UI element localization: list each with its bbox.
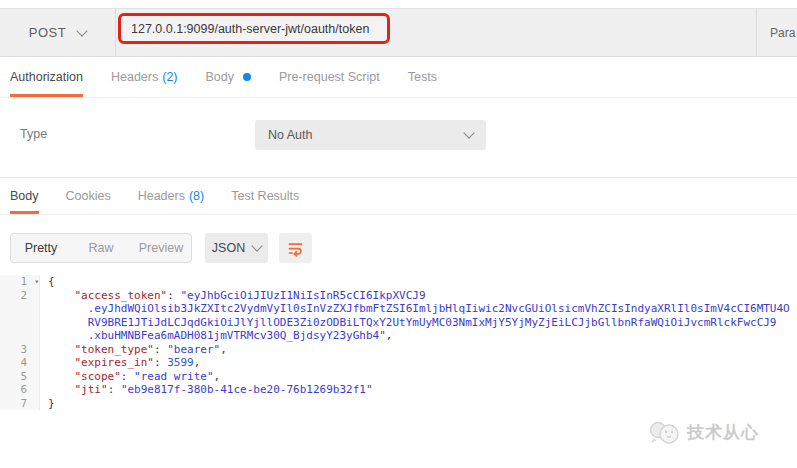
code-token-num: 3599 [167, 356, 194, 369]
line-number-gutter [0, 316, 40, 330]
view-mode-raw[interactable]: Raw [71, 234, 131, 262]
line-number: 7 [20, 397, 27, 410]
line-number-gutter: 2 [0, 289, 40, 303]
code-token-plain: , [386, 329, 393, 342]
request-tab-tests[interactable]: Tests [408, 57, 437, 97]
response-tabs: BodyCookiesHeaders(8)Test Results [0, 178, 797, 215]
tab-label: Authorization [10, 70, 83, 84]
code-token-plain: { [48, 275, 55, 288]
request-tabs: AuthorizationHeaders(2)BodyPre-request S… [0, 57, 797, 98]
code-token-plain: : [154, 356, 167, 369]
chevron-down-icon [252, 240, 263, 251]
code-token-key: "expires_in" [75, 356, 154, 369]
response-tab-test-results[interactable]: Test Results [231, 178, 299, 214]
code-text: .xbuHMNBFea6mADH081jmVTRMcv30Q_BjdsyY23y… [40, 329, 392, 343]
code-token-plain [48, 370, 75, 383]
code-token-plain: : [154, 343, 167, 356]
tab-label: Tests [408, 70, 437, 84]
tab-label: Pre-request Script [279, 70, 380, 84]
code-token-str: "read write" [134, 370, 213, 383]
code-token-key: "token_type" [75, 343, 154, 356]
code-token-plain [48, 383, 75, 396]
code-token-key: "access_token" [75, 289, 168, 302]
code-line: .xbuHMNBFea6mADH081jmVTRMcv30Q_BjdsyY23y… [0, 329, 797, 343]
watermark-logo-icon [648, 419, 682, 446]
view-mode-preview[interactable]: Preview [131, 234, 191, 262]
line-number: 3 [20, 343, 27, 356]
response-tab-body[interactable]: Body [10, 178, 39, 214]
request-tab-authorization[interactable]: Authorization [10, 57, 83, 97]
auth-type-label: Type [20, 127, 47, 141]
line-number-gutter: 5 [0, 370, 40, 384]
wrap-text-button[interactable] [279, 233, 312, 263]
code-text: .eyJhdWQiOlsib3JkZXItc2VydmVyIl0sInVzZXJ… [40, 302, 790, 316]
chevron-down-icon [463, 127, 474, 138]
code-text: { [40, 275, 55, 289]
response-tab-cookies[interactable]: Cookies [66, 178, 111, 214]
code-line: RV9BRE1JTiJdLCJqdGkiOiJlYjllODE3Zi0zODBi… [0, 316, 797, 330]
watermark-text: 技术从心 [687, 421, 759, 444]
chevron-down-icon [77, 25, 88, 36]
params-label: Para [770, 26, 795, 40]
postman-window: POST 127.0.0.1:9099/auth-server-jwt/oaut… [0, 0, 797, 468]
fold-toggle-icon[interactable]: ▾ [34, 275, 39, 289]
request-tab-body[interactable]: Body [206, 57, 252, 97]
code-token-str: "bearer" [167, 343, 220, 356]
code-token-key: "jti" [75, 383, 108, 396]
view-mode-pretty[interactable]: Pretty [11, 234, 71, 262]
response-tab-headers[interactable]: Headers(8) [138, 178, 205, 214]
code-text: "scope": "read write", [40, 370, 220, 384]
code-token-plain: : [167, 289, 180, 302]
tab-count-badge: (2) [162, 70, 177, 84]
request-tab-headers[interactable]: Headers(2) [111, 57, 178, 97]
code-text: "access_token": "eyJhbGciOiJIUzI1NiIsInR… [40, 289, 426, 303]
code-text: "jti": "eb9e817f-380b-41ce-be20-76b1269b… [40, 383, 373, 397]
line-number-gutter: 4 [0, 356, 40, 370]
line-number-gutter: 6 [0, 383, 40, 397]
url-text: 127.0.0.1:9099/auth-server-jwt/oauth/tok… [131, 22, 369, 36]
code-token-plain: , [194, 356, 201, 369]
wrap-text-icon [287, 240, 304, 257]
line-number: 1 [20, 275, 27, 288]
code-token-str: RV9BRE1JTiJdLCJqdGkiOiJlYjllODE3Zi0zODBi… [88, 316, 777, 329]
tab-label: Body [10, 189, 39, 203]
url-input[interactable]: 127.0.0.1:9099/auth-server-jwt/oauth/tok… [118, 13, 390, 44]
code-token-plain: , [220, 343, 227, 356]
tab-label: Body [206, 70, 235, 84]
code-token-plain: , [214, 370, 221, 383]
response-format-select[interactable]: JSON [205, 233, 268, 263]
code-token-plain [48, 302, 88, 315]
tab-label: Cookies [66, 189, 111, 203]
line-number: 5 [20, 370, 27, 383]
code-token-plain [48, 316, 88, 329]
unsaved-dot-icon [243, 73, 251, 81]
line-number-gutter: 1▾ [0, 275, 40, 289]
request-tab-pre-request-script[interactable]: Pre-request Script [279, 57, 380, 97]
code-token-plain [48, 289, 75, 302]
response-format-value: JSON [212, 241, 245, 255]
code-text: "expires_in": 3599, [40, 356, 200, 370]
response-body-viewer: 1▾{2 "access_token": "eyJhbGciOiJIUzI1Ni… [0, 271, 797, 410]
line-number-gutter [0, 329, 40, 343]
method-select[interactable]: POST [0, 8, 116, 57]
auth-type-select[interactable]: No Auth [255, 120, 486, 150]
code-text: "token_type": "bearer", [40, 343, 227, 357]
code-line: 5 "scope": "read write", [0, 370, 797, 384]
line-number: 4 [20, 356, 27, 369]
watermark: 技术从心 [648, 419, 759, 446]
code-token-plain [48, 356, 75, 369]
code-token-str: .eyJhdWQiOlsib3JkZXItc2VydmVyIl0sInVzZXJ… [88, 302, 790, 315]
code-token-plain: } [48, 397, 55, 410]
method-label: POST [29, 25, 66, 40]
tab-label: Test Results [231, 189, 299, 203]
code-text: RV9BRE1JTiJdLCJqdGkiOiJlYjllODE3Zi0zODBi… [40, 316, 777, 330]
params-button[interactable]: Para [756, 8, 795, 57]
code-token-plain: : [108, 383, 121, 396]
code-text: } [40, 397, 55, 411]
line-number: 2 [20, 289, 27, 302]
code-token-str: "eyJhbGciOiJIUzI1NiIsInR5cCI6IkpXVCJ9 [180, 289, 425, 302]
code-token-key: "scope" [75, 370, 121, 383]
code-token-plain [48, 329, 88, 342]
code-token-plain: : [121, 370, 134, 383]
tab-label: Headers [138, 189, 185, 203]
